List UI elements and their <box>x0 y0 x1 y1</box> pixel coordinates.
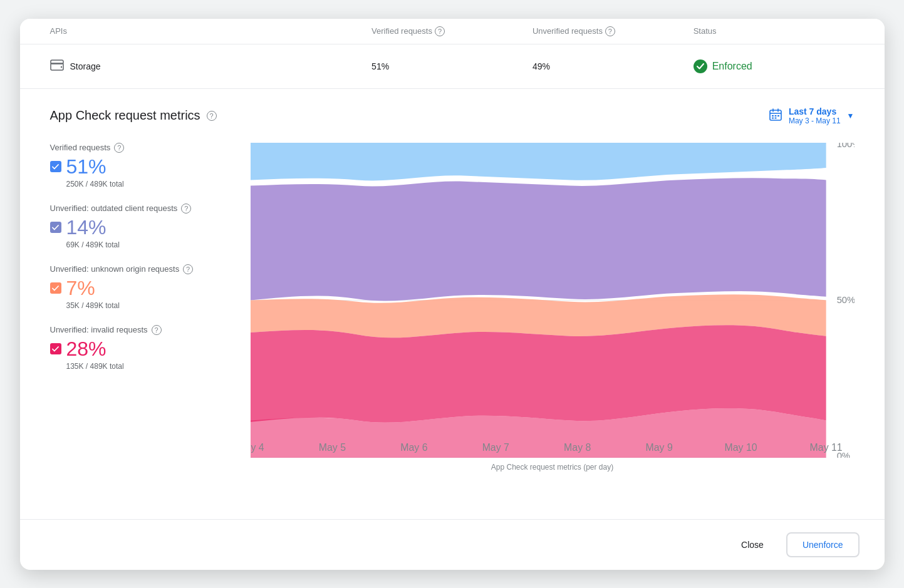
storage-row: Storage 51% 49% Enforced <box>20 44 885 89</box>
svg-text:50%: 50% <box>836 295 854 305</box>
enforced-label: Enforced <box>712 61 752 72</box>
legend-verified-help-icon[interactable]: ? <box>114 143 124 153</box>
svg-text:May 10: May 10 <box>724 441 757 452</box>
metrics-help-icon[interactable]: ? <box>207 111 217 121</box>
legend-item-verified: Verified requests ? 51% 250K / 489K tota… <box>50 143 251 188</box>
svg-rect-4 <box>772 115 774 116</box>
enforced-cell: Enforced <box>694 59 855 73</box>
date-label: Last 7 days <box>789 106 841 116</box>
svg-text:0%: 0% <box>836 451 849 458</box>
legend-outdated-label: Unverified: outdated client requests <box>50 204 178 213</box>
legend-unknown-percent: 7% <box>66 277 95 300</box>
legend-item-unknown: Unverified: unknown origin requests ? 7%… <box>50 264 251 310</box>
dropdown-arrow-icon: ▼ <box>847 111 855 120</box>
svg-point-2 <box>60 66 61 68</box>
legend-panel: Verified requests ? 51% 250K / 489K tota… <box>50 143 251 482</box>
metrics-title: App Check request metrics ? <box>50 108 217 123</box>
date-picker[interactable]: Last 7 days May 3 - May 11 ▼ <box>769 106 855 125</box>
date-range: May 3 - May 11 <box>789 116 841 125</box>
legend-unknown-help-icon[interactable]: ? <box>183 264 193 274</box>
main-content: Verified requests ? 51% 250K / 489K tota… <box>50 143 855 482</box>
svg-rect-7 <box>772 117 774 118</box>
dialog-footer: Close Unenforce <box>20 519 885 570</box>
unenforce-button[interactable]: Unenforce <box>786 532 860 557</box>
legend-invalid-percent: 28% <box>66 338 107 361</box>
svg-text:May 4: May 4 <box>251 441 264 452</box>
svg-text:May 8: May 8 <box>564 441 591 452</box>
metrics-section: App Check request metrics ? <box>20 89 885 519</box>
legend-verified-total: 250K / 489K total <box>66 180 251 188</box>
enforced-check-icon <box>694 59 707 73</box>
legend-outdated-help-icon[interactable]: ? <box>181 204 191 214</box>
svg-text:May 5: May 5 <box>318 441 345 452</box>
legend-item-outdated: Unverified: outdated client requests ? 1… <box>50 204 251 249</box>
legend-outdated-checkbox[interactable] <box>50 222 61 233</box>
unverified-help-icon[interactable]: ? <box>605 26 615 36</box>
header-status: Status <box>694 26 855 36</box>
legend-unknown-label: Unverified: unknown origin requests <box>50 264 180 274</box>
legend-invalid-checkbox[interactable] <box>50 343 61 354</box>
metrics-header: App Check request metrics ? <box>50 106 855 125</box>
legend-verified-checkbox[interactable] <box>50 161 61 172</box>
close-button[interactable]: Close <box>729 534 776 556</box>
legend-verified-label: Verified requests <box>50 143 111 152</box>
svg-rect-8 <box>774 117 776 118</box>
date-info: Last 7 days May 3 - May 11 <box>789 106 841 125</box>
legend-invalid-label: Unverified: invalid requests <box>50 325 148 334</box>
table-header: APIs Verified requests ? Unverified requ… <box>20 19 885 44</box>
svg-text:May 9: May 9 <box>645 441 672 452</box>
svg-rect-6 <box>777 115 779 116</box>
header-verified: Verified requests ? <box>371 26 533 36</box>
chart-svg: May 4 May 5 May 6 May 7 May 8 May 9 May … <box>251 143 855 458</box>
legend-outdated-percent: 14% <box>66 216 107 239</box>
verified-pct: 51% <box>371 61 533 71</box>
header-api: APIs <box>50 26 372 36</box>
legend-verified-percent: 51% <box>66 155 107 178</box>
chart-x-label: App Check request metrics (per day) <box>251 458 855 482</box>
legend-invalid-total: 135K / 489K total <box>66 362 251 371</box>
unverified-pct: 49% <box>533 61 694 71</box>
storage-label: Storage <box>50 59 372 73</box>
header-unverified: Unverified requests ? <box>533 26 694 36</box>
svg-text:May 7: May 7 <box>482 441 509 452</box>
legend-unknown-checkbox[interactable] <box>50 282 61 294</box>
calendar-icon <box>769 108 782 124</box>
legend-unknown-total: 35K / 489K total <box>66 301 251 310</box>
chart-area: May 4 May 5 May 6 May 7 May 8 May 9 May … <box>251 143 855 482</box>
verified-help-icon[interactable]: ? <box>435 26 445 36</box>
legend-outdated-total: 69K / 489K total <box>66 240 251 249</box>
svg-rect-5 <box>774 115 776 116</box>
svg-text:May 6: May 6 <box>400 441 427 452</box>
legend-invalid-help-icon[interactable]: ? <box>152 325 162 335</box>
storage-icon <box>50 59 64 73</box>
svg-text:100%: 100% <box>836 143 854 149</box>
main-dialog: APIs Verified requests ? Unverified requ… <box>20 19 885 570</box>
chart-container: May 4 May 5 May 6 May 7 May 8 May 9 May … <box>251 143 855 458</box>
legend-item-invalid: Unverified: invalid requests ? 28% 135K … <box>50 325 251 371</box>
